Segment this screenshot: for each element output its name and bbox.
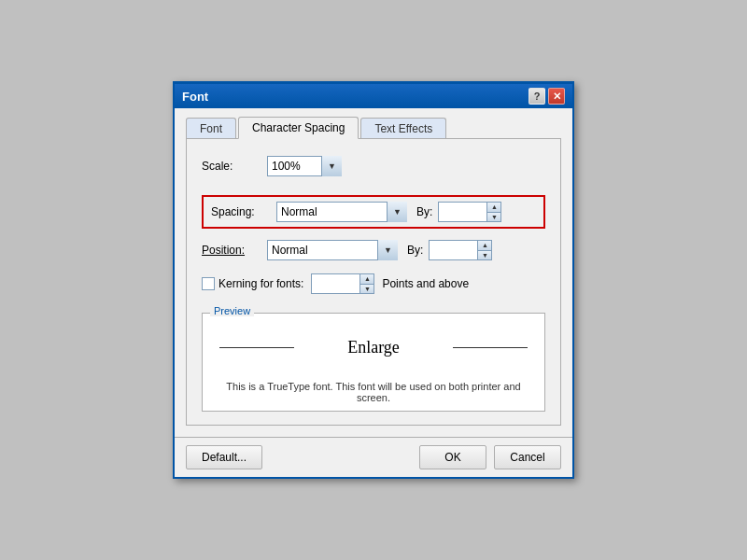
scale-select[interactable]: 100% 50% 75% 90% 110% 125% 150% 200% xyxy=(267,156,342,176)
position-select[interactable]: Normal Raised Lowered xyxy=(267,240,398,260)
spacing-spinner-up-button[interactable]: ▲ xyxy=(487,203,500,213)
spacing-by-spinner: ▲ ▼ xyxy=(438,202,501,222)
kerning-spinner-down-button[interactable]: ▼ xyxy=(360,285,374,294)
spacing-spinner-down-button[interactable]: ▼ xyxy=(487,213,500,222)
spacing-highlight-box: Spacing: Normal Expanded Condensed ▼ By: xyxy=(202,195,545,229)
scale-label: Scale: xyxy=(202,160,267,173)
preview-section: Preview Enlarge This is a TrueType font.… xyxy=(202,313,545,412)
tab-character-spacing[interactable]: Character Spacing xyxy=(238,117,359,139)
position-row: Position: Normal Raised Lowered ▼ By: xyxy=(202,240,545,260)
default-button[interactable]: Default... xyxy=(186,445,262,469)
help-button[interactable]: ? xyxy=(529,88,545,105)
kerning-row: Kerning for fonts: ▲ ▼ Points and above xyxy=(202,273,545,294)
scale-select-wrapper: 100% 50% 75% 90% 110% 125% 150% 200% ▼ xyxy=(267,156,342,176)
kerning-checkbox[interactable] xyxy=(202,277,215,290)
dialog-title: Font xyxy=(182,90,208,104)
preview-caption: This is a TrueType font. This font will … xyxy=(210,381,537,403)
spacing-by-label: By: xyxy=(416,205,432,218)
preview-line-left xyxy=(219,347,294,348)
close-button[interactable]: ✕ xyxy=(548,88,565,105)
tab-bar: Font Character Spacing Text Effects xyxy=(186,116,561,138)
title-bar-buttons: ? ✕ xyxy=(529,88,565,105)
spacing-select-wrapper: Normal Expanded Condensed ▼ xyxy=(276,202,407,222)
position-spinner-down-button[interactable]: ▼ xyxy=(478,251,491,260)
dialog-buttons: Default... OK Cancel xyxy=(175,437,572,477)
tab-text-effects[interactable]: Text Effects xyxy=(360,118,446,139)
spacing-label: Spacing: xyxy=(211,205,276,218)
position-select-wrapper: Normal Raised Lowered ▼ xyxy=(267,240,398,260)
position-spinner-up-button[interactable]: ▲ xyxy=(478,241,491,251)
spacing-spinner-buttons: ▲ ▼ xyxy=(486,202,501,222)
preview-legend: Preview xyxy=(210,305,254,316)
font-dialog: Font ? ✕ Font Character Spacing Text Eff… xyxy=(173,81,574,479)
scale-row: Scale: 100% 50% 75% 90% 110% 125% 150% 2… xyxy=(202,156,545,176)
kerning-spinner: ▲ ▼ xyxy=(311,273,374,294)
position-spinner-buttons: ▲ ▼ xyxy=(477,240,492,260)
position-label: Position: xyxy=(202,244,267,257)
position-by-label: By: xyxy=(407,244,423,257)
cancel-button[interactable]: Cancel xyxy=(494,445,561,469)
position-by-input[interactable] xyxy=(429,240,477,260)
kerning-spinner-buttons: ▲ ▼ xyxy=(359,273,374,294)
spacing-row: Spacing: Normal Expanded Condensed ▼ By: xyxy=(211,202,536,222)
spacing-by-input[interactable] xyxy=(438,202,486,222)
position-by-spinner: ▲ ▼ xyxy=(429,240,492,260)
preview-lines: Enlarge xyxy=(210,338,537,357)
preview-text: Enlarge xyxy=(347,338,400,357)
tab-font[interactable]: Font xyxy=(186,118,236,139)
points-above-label: Points and above xyxy=(382,277,469,290)
dialog-content: Font Character Spacing Text Effects Scal… xyxy=(175,108,572,437)
preview-area: Enlarge xyxy=(210,317,537,373)
preview-line-right xyxy=(453,347,528,348)
kerning-spinner-up-button[interactable]: ▲ xyxy=(360,274,374,285)
tab-panel-character-spacing: Scale: 100% 50% 75% 90% 110% 125% 150% 2… xyxy=(186,138,561,426)
kerning-input[interactable] xyxy=(311,273,359,294)
kerning-label: Kerning for fonts: xyxy=(218,277,303,290)
ok-button[interactable]: OK xyxy=(419,445,486,469)
dialog-wrapper: Font ? ✕ Font Character Spacing Text Eff… xyxy=(0,0,747,560)
title-bar: Font ? ✕ xyxy=(175,84,572,108)
ok-cancel-group: OK Cancel xyxy=(419,445,561,469)
spacing-select[interactable]: Normal Expanded Condensed xyxy=(276,202,407,222)
